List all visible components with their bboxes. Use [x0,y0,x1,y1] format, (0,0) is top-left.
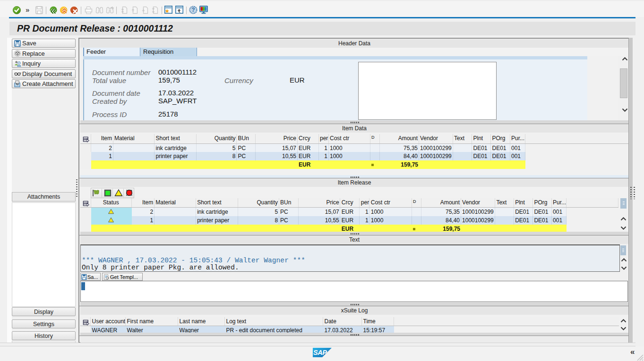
svg-text:SAP: SAP [313,349,327,356]
svg-text:?: ? [191,7,195,13]
